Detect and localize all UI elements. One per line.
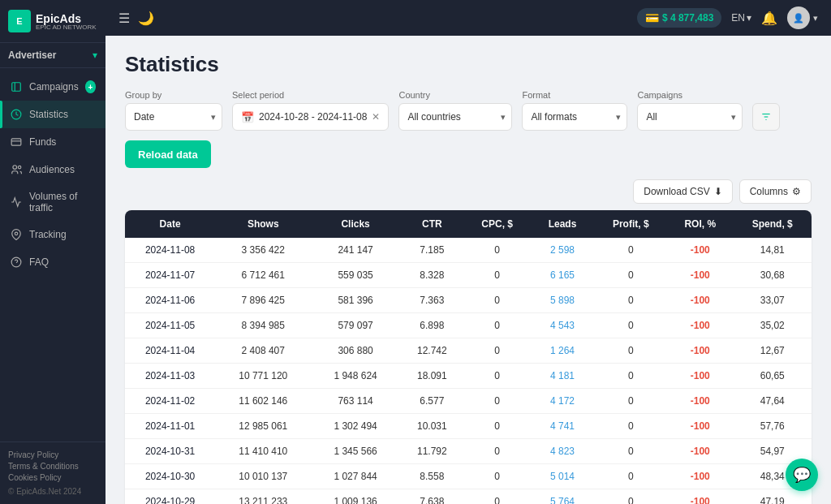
logo-sub: EPIC AD NETWORK [36,24,97,31]
col-header-shows[interactable]: Shows [215,210,311,238]
format-select[interactable]: All formats [522,103,627,131]
statistics-label: Statistics [29,109,68,120]
sidebar-nav: Campaigns + Statistics Funds Audiences [0,68,105,442]
col-header-roi---[interactable]: ROI, % [667,210,734,238]
cell-r0-c1: 3 356 422 [215,238,311,263]
cell-r0-c7: -100 [667,238,734,263]
sidebar-item-campaigns[interactable]: Campaigns + [0,73,105,101]
cell-r8-c4: 0 [464,439,531,464]
filters-row: Group by Date Select period 📅 2024-10-28… [125,90,812,168]
statistics-table: DateShowsClicksCTRCPC, $LeadsProfit, $RO… [125,210,812,504]
date-range-input[interactable]: 📅 2024-10-28 - 2024-11-08 ✕ [232,103,389,131]
topbar-right: 💳 $ 4 877,483 EN ▾ 🔔 👤 ▾ [637,6,818,29]
table-row: 2024-11-0211 602 146763 1146.57704 1720-… [125,389,812,414]
cell-r9-c0: 2024-10-30 [125,464,215,489]
cell-r3-c8: 35,02 [734,313,812,338]
date-clear-btn[interactable]: ✕ [372,111,380,123]
menu-icon[interactable]: ☰ [118,11,130,26]
notification-icon[interactable]: 🔔 [761,11,777,26]
cell-r2-c5: 5 898 [530,288,594,313]
columns-label: Columns [750,186,788,197]
table-body: 2024-11-083 356 422241 1477.18502 5980-1… [125,238,812,504]
col-header-spend---[interactable]: Spend, $ [734,210,812,238]
balance-badge[interactable]: 💳 $ 4 877,483 [637,8,721,28]
cell-r0-c2: 241 147 [311,238,399,263]
col-header-leads[interactable]: Leads [530,210,594,238]
cell-r2-c3: 7.363 [400,288,464,313]
cell-r10-c5: 5 764 [530,489,594,505]
moon-icon[interactable]: 🌙 [138,11,154,26]
country-select-wrapper: All countries [398,103,512,131]
sidebar-item-faq[interactable]: FAQ [0,248,105,276]
sidebar-item-statistics[interactable]: Statistics [0,101,105,128]
cell-r9-c4: 0 [464,464,531,489]
cell-r6-c0: 2024-11-02 [125,389,215,414]
country-select[interactable]: All countries [398,103,512,131]
svg-point-7 [15,232,18,235]
cookies-link[interactable]: Cookies Policy [8,473,97,482]
add-campaign-btn[interactable]: + [85,80,96,93]
reload-data-button[interactable]: Reload data [125,140,211,168]
cell-r7-c7: -100 [667,414,734,439]
cell-r3-c0: 2024-11-05 [125,313,215,338]
cell-r6-c7: -100 [667,389,734,414]
table-row: 2024-10-2913 211 2331 009 1367.63805 764… [125,489,812,505]
sidebar-item-tracking[interactable]: Tracking [0,221,105,248]
terms-link[interactable]: Terms & Conditions [8,462,97,471]
cell-r1-c7: -100 [667,263,734,288]
download-csv-button[interactable]: Download CSV ⬇ [633,179,732,204]
logo-icon: E [8,10,31,32]
cell-r7-c4: 0 [464,414,531,439]
cell-r5-c5: 4 181 [530,364,594,389]
cell-r4-c7: -100 [667,338,734,364]
svg-point-6 [18,166,21,169]
cell-r10-c2: 1 009 136 [311,489,399,505]
cell-r7-c5: 4 741 [530,414,594,439]
table-row: 2024-11-0112 985 0611 302 49410.03104 74… [125,414,812,439]
sidebar: E EpicAds EPIC AD NETWORK Advertiser ▾ C… [0,0,105,504]
cell-r9-c1: 10 010 137 [215,464,311,489]
col-header-ctr[interactable]: CTR [400,210,464,238]
cell-r9-c7: -100 [667,464,734,489]
sidebar-item-funds[interactable]: Funds [0,128,105,156]
col-header-clicks[interactable]: Clicks [311,210,399,238]
sidebar-account[interactable]: Advertiser ▾ [0,43,105,68]
campaigns-select-wrapper: All [637,103,743,131]
account-label: Advertiser [8,50,56,61]
table-row: 2024-11-058 394 985579 0976.89804 5430-1… [125,313,812,338]
period-label: Select period [232,90,389,100]
col-header-cpc---[interactable]: CPC, $ [464,210,531,238]
cell-r7-c3: 10.031 [400,414,464,439]
download-csv-label: Download CSV [644,186,709,197]
cell-r8-c6: 0 [595,439,667,464]
cell-r4-c3: 12.742 [400,338,464,364]
cell-r1-c6: 0 [595,263,667,288]
columns-button[interactable]: Columns ⚙ [739,179,812,204]
campaigns-select[interactable]: All [637,103,743,131]
cell-r6-c8: 47,64 [734,389,812,414]
cell-r1-c3: 8.328 [400,263,464,288]
campaigns-label: Campaigns [29,81,79,93]
sidebar-item-audiences[interactable]: Audiences [0,156,105,183]
cell-r6-c6: 0 [595,389,667,414]
col-header-date[interactable]: Date [125,210,215,238]
cell-r6-c4: 0 [464,389,531,414]
cell-r2-c6: 0 [595,288,667,313]
col-header-profit---[interactable]: Profit, $ [595,210,667,238]
period-filter: Select period 📅 2024-10-28 - 2024-11-08 … [232,90,389,131]
group-by-select-wrapper: Date [125,103,222,131]
sidebar-footer: Privacy Policy Terms & Conditions Cookie… [0,442,105,504]
main-area: ☰ 🌙 💳 $ 4 877,483 EN ▾ 🔔 👤 ▾ Statistics [105,0,831,504]
lang-selector[interactable]: EN ▾ [731,12,751,24]
chat-bubble[interactable]: 💬 [786,459,818,491]
svg-rect-3 [11,139,21,145]
cell-r4-c6: 0 [595,338,667,364]
cell-r8-c5: 4 823 [530,439,594,464]
faq-icon [10,256,23,269]
group-by-select[interactable]: Date [125,103,222,131]
privacy-policy-link[interactable]: Privacy Policy [8,450,97,459]
filter-options-btn[interactable] [752,103,780,131]
account-arrow-icon: ▾ [93,50,97,61]
user-menu[interactable]: 👤 ▾ [787,6,818,29]
sidebar-item-volumes[interactable]: Volumes of traffic [0,183,105,221]
